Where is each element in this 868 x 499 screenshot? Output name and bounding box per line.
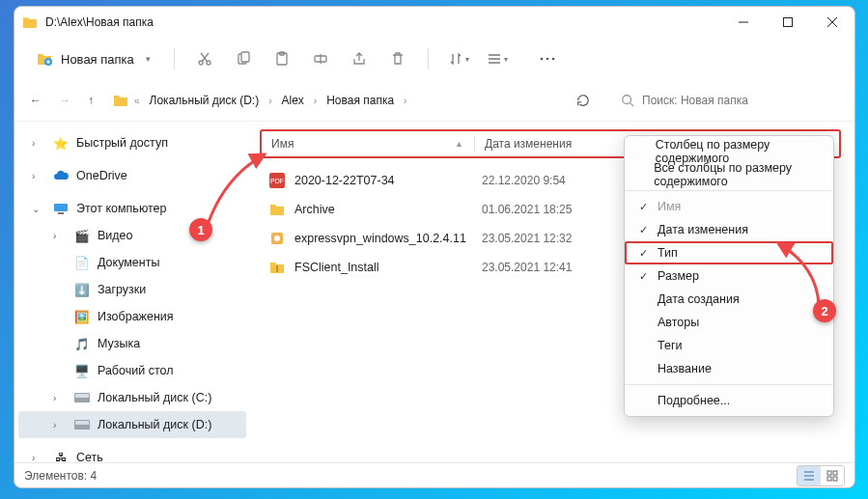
minimize-button[interactable] [721, 7, 766, 38]
documents-icon: 📄 [74, 255, 90, 270]
svg-rect-5 [241, 52, 249, 62]
exe-icon [267, 229, 287, 248]
svg-point-9 [540, 58, 543, 61]
nav-quick-access[interactable]: ›⭐Быстрый доступ [18, 129, 246, 156]
cloud-icon [53, 168, 69, 183]
titlebar: D:\Alex\Новая папка [14, 7, 854, 38]
back-button[interactable]: ← [30, 94, 42, 107]
network-icon: 🖧 [53, 450, 69, 462]
ctx-size-column[interactable]: Столбец по размеру содержимого [625, 140, 833, 163]
paste-icon[interactable] [266, 42, 298, 75]
new-folder-label: Новая папка [61, 52, 134, 67]
ctx-size[interactable]: ✓Размер [625, 264, 833, 288]
ctx-title[interactable]: Название [625, 357, 833, 380]
sort-asc-icon: ▲ [455, 139, 463, 149]
crumb-disk[interactable]: Локальный диск (D:) [146, 91, 264, 110]
ctx-created[interactable]: Дата создания [625, 288, 833, 311]
ctx-modified[interactable]: ✓Дата изменения [625, 218, 833, 241]
delete-icon[interactable] [381, 42, 414, 75]
svg-rect-14 [58, 212, 64, 214]
svg-point-12 [623, 96, 631, 104]
nav-disk-c[interactable]: ›Локальный диск (C:) [18, 384, 246, 411]
close-button[interactable] [810, 7, 854, 38]
star-icon: ⭐ [53, 135, 69, 151]
more-icon[interactable] [531, 42, 564, 75]
svg-rect-23 [276, 265, 278, 272]
rename-icon[interactable] [304, 42, 337, 75]
copy-icon[interactable] [227, 42, 260, 75]
nav-disk-d[interactable]: ›Локальный диск (D:) [18, 411, 246, 438]
sort-icon[interactable]: ▾ [442, 42, 475, 75]
check-icon: ✓ [634, 247, 652, 260]
svg-point-10 [546, 58, 548, 61]
forward-button[interactable]: → [59, 94, 70, 107]
nav-pictures[interactable]: 🖼️Изображения [18, 303, 246, 330]
svg-rect-27 [833, 477, 837, 481]
check-icon: ✓ [634, 201, 652, 213]
pdf-icon: PDF [267, 171, 287, 190]
nav-this-pc[interactable]: ⌄Этот компьютер [18, 195, 246, 222]
ctx-more[interactable]: Подробнее... [625, 389, 833, 412]
svg-point-2 [199, 61, 203, 65]
nav-documents[interactable]: 📄Документы [18, 249, 246, 276]
svg-point-3 [207, 61, 210, 65]
search-input[interactable] [642, 94, 829, 107]
video-icon: 🎬 [74, 228, 90, 243]
ctx-tags[interactable]: Теги [625, 334, 833, 357]
breadcrumb[interactable]: « Локальный диск (D:) › Alex › Новая пап… [107, 86, 555, 115]
window-title: D:\Alex\Новая папка [45, 15, 154, 29]
status-items: Элементов: 4 [24, 469, 97, 483]
view-details-button[interactable] [798, 466, 821, 485]
disk-icon [74, 417, 90, 432]
nav-onedrive[interactable]: ›OneDrive [18, 162, 246, 189]
toolbar: Новая папка ▾ ▾ ▾ [14, 38, 854, 80]
folder-icon [22, 14, 38, 30]
disk-icon [74, 390, 90, 405]
nav-network[interactable]: ›🖧Сеть [18, 444, 246, 462]
svg-rect-16 [75, 394, 89, 398]
pc-icon [53, 201, 69, 216]
annotation-2: 2 [813, 299, 836, 322]
up-button[interactable]: ↑ [88, 94, 94, 107]
music-icon: 🎵 [74, 336, 90, 351]
ctx-name[interactable]: ✓Имя [625, 195, 833, 218]
view-icon[interactable]: ▾ [481, 42, 514, 75]
svg-rect-0 [784, 18, 793, 27]
new-folder-icon [36, 50, 53, 68]
crumb-alex[interactable]: Alex [277, 91, 307, 110]
ctx-type[interactable]: ✓Тип [625, 241, 833, 264]
zip-folder-icon [267, 258, 287, 277]
pictures-icon: 🖼️ [74, 309, 90, 324]
svg-point-22 [274, 236, 280, 241]
desktop-icon: 🖥️ [74, 363, 90, 378]
svg-rect-18 [75, 421, 89, 425]
svg-rect-13 [54, 204, 68, 211]
check-icon: ✓ [634, 224, 652, 236]
column-name[interactable]: Имя▲ [262, 137, 474, 151]
address-bar: ← → ↑ « Локальный диск (D:) › Alex › Нов… [14, 80, 854, 121]
crumb-folder[interactable]: Новая папка [322, 91, 398, 110]
folder-icon [267, 200, 287, 219]
svg-rect-24 [827, 471, 831, 475]
refresh-button[interactable] [569, 90, 598, 111]
nav-pane: ›⭐Быстрый доступ ›OneDrive ⌄Этот компьют… [14, 122, 250, 462]
maximize-button[interactable] [766, 7, 810, 38]
nav-downloads[interactable]: ⬇️Загрузки [18, 276, 246, 303]
chevron-down-icon: ▾ [146, 54, 151, 64]
nav-music[interactable]: 🎵Музыка [18, 330, 246, 357]
header-context-menu: Столбец по размеру содержимого Все столб… [624, 135, 834, 417]
share-icon[interactable] [343, 42, 376, 75]
view-icons-button[interactable] [821, 466, 844, 485]
annotation-1: 1 [189, 218, 212, 241]
ctx-size-all[interactable]: Все столбцы по размеру содержимого [625, 163, 833, 186]
new-folder-button[interactable]: Новая папка ▾ [26, 43, 160, 74]
ctx-authors[interactable]: Авторы [625, 311, 833, 334]
column-date[interactable]: Дата изменения [475, 137, 601, 151]
cut-icon[interactable] [188, 42, 221, 75]
svg-rect-25 [833, 471, 837, 475]
svg-rect-26 [827, 477, 831, 481]
svg-point-11 [551, 58, 554, 61]
nav-desktop[interactable]: 🖥️Рабочий стол [18, 357, 246, 384]
search-box[interactable] [611, 86, 839, 115]
folder-icon [113, 93, 128, 108]
